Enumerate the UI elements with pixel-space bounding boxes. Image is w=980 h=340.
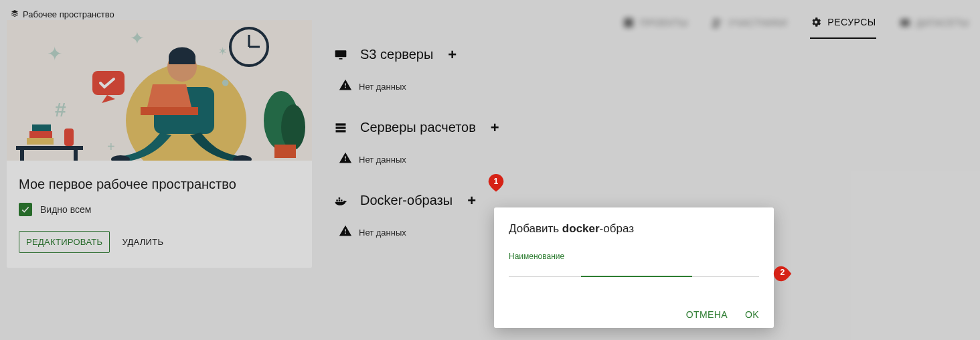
- svg-rect-0: [624, 18, 633, 27]
- tab-projects-label: ПРОЕКТЫ: [640, 17, 688, 28]
- svg-rect-19: [20, 150, 24, 161]
- cancel-button[interactable]: ОТМЕНА: [686, 309, 728, 320]
- visibility-label: Видно всем: [40, 204, 91, 215]
- visibility-checkbox[interactable]: [19, 203, 32, 216]
- section-compute-empty: Нет данных: [359, 155, 406, 165]
- section-s3-empty: Нет данных: [359, 82, 406, 92]
- workspace-card: ✦ ✦ # ● + ✶ Мое первое рабочее пространс…: [7, 20, 312, 268]
- monitor-icon: [333, 48, 348, 62]
- svg-rect-24: [64, 129, 74, 146]
- tab-datasets-label: ДАТАСЕТЫ: [916, 17, 969, 28]
- tab-participants[interactable]: УЧАСТНИКИ: [711, 17, 787, 38]
- svg-text:+: +: [107, 139, 115, 154]
- svg-rect-33: [336, 123, 346, 125]
- breadcrumb-label: Рабочее пространство: [23, 9, 114, 19]
- section-docker-empty: Нет данных: [359, 228, 406, 238]
- ok-button[interactable]: OK: [745, 309, 759, 320]
- add-docker-button[interactable]: +: [467, 193, 476, 208]
- section-s3-title: S3 серверы: [360, 47, 433, 62]
- workspace-illustration: ✦ ✦ # ● + ✶: [7, 20, 312, 161]
- svg-rect-23: [32, 124, 51, 131]
- svg-rect-3: [900, 19, 910, 27]
- name-field-label: Наименование: [509, 252, 564, 261]
- svg-rect-32: [339, 58, 343, 60]
- tab-participants-label: УЧАСТНИКИ: [728, 17, 787, 28]
- svg-rect-34: [336, 126, 346, 129]
- workspace-title: Мое первое рабочее пространство: [7, 161, 312, 203]
- svg-text:●: ●: [221, 74, 230, 90]
- svg-rect-22: [29, 131, 52, 138]
- add-docker-dialog: Добавить docker-образ Наименование ОТМЕН…: [494, 207, 774, 328]
- warning-icon: [339, 151, 352, 167]
- svg-text:✶: ✶: [218, 46, 227, 57]
- edit-button[interactable]: РЕДАКТИРОВАТЬ: [19, 231, 110, 253]
- svg-point-9: [281, 104, 305, 150]
- svg-rect-39: [339, 197, 341, 199]
- svg-text:1: 1: [494, 177, 499, 186]
- svg-rect-20: [74, 150, 78, 161]
- docker-icon: [333, 193, 348, 208]
- svg-text:2: 2: [781, 268, 785, 277]
- breadcrumb: Рабочее пространство: [11, 9, 114, 19]
- svg-point-1: [714, 19, 718, 23]
- svg-rect-10: [274, 145, 296, 158]
- svg-text:✦: ✦: [47, 44, 62, 64]
- section-compute: Серверы расчетов + Нет данных: [333, 120, 967, 181]
- svg-rect-37: [339, 199, 341, 201]
- svg-rect-14: [141, 107, 198, 115]
- add-s3-button[interactable]: +: [448, 48, 457, 62]
- svg-text:✦: ✦: [130, 28, 145, 48]
- svg-rect-31: [335, 50, 347, 57]
- tab-resources-label: РЕСУРСЫ: [827, 17, 876, 27]
- annotation-pin-2: 2: [772, 264, 793, 284]
- visibility-row: Видно всем: [7, 203, 312, 216]
- warning-icon: [339, 78, 352, 94]
- tab-resources[interactable]: РЕСУРСЫ: [810, 16, 876, 39]
- tab-projects[interactable]: ПРОЕКТЫ: [623, 17, 688, 38]
- tab-datasets[interactable]: ДАТАСЕТЫ: [899, 17, 969, 38]
- section-s3: S3 серверы + Нет данных: [333, 47, 967, 108]
- server-icon: [333, 120, 348, 135]
- delete-button[interactable]: УДАЛИТЬ: [122, 237, 163, 247]
- section-compute-title: Серверы расчетов: [360, 120, 476, 135]
- svg-point-2: [718, 20, 722, 23]
- svg-rect-18: [16, 146, 83, 150]
- warning-icon: [339, 224, 352, 240]
- svg-rect-21: [27, 138, 54, 145]
- svg-rect-38: [341, 199, 343, 201]
- annotation-pin-1: 1: [486, 173, 506, 193]
- stack-icon: [11, 9, 19, 19]
- add-compute-button[interactable]: +: [491, 120, 499, 135]
- svg-text:#: #: [55, 98, 66, 120]
- tab-bar: ПРОЕКТЫ УЧАСТНИКИ РЕСУРСЫ ДАТАСЕТЫ: [623, 16, 969, 39]
- svg-rect-36: [336, 199, 338, 201]
- section-docker-title: Docker-образы: [360, 193, 453, 208]
- svg-rect-35: [336, 130, 346, 132]
- dialog-title: Добавить docker-образ: [509, 222, 759, 236]
